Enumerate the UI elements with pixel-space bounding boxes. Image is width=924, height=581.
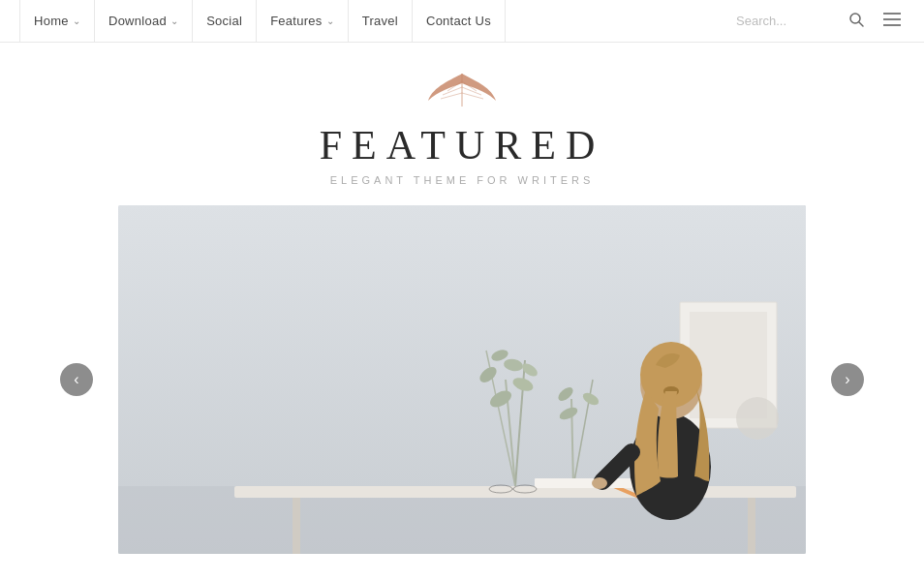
main-nav: Home ⌄ Download ⌄ Social Features ⌄ Trav… (0, 0, 924, 43)
site-tagline: ELEGANT THEME FOR WRITERS (330, 174, 595, 186)
svg-rect-16 (748, 498, 755, 554)
nav-right (736, 8, 905, 35)
slider-container (118, 205, 806, 554)
svg-point-44 (592, 477, 607, 489)
nav-item-features[interactable]: Features ⌄ (257, 0, 349, 43)
svg-line-1 (859, 22, 863, 26)
chevron-down-icon: ⌄ (73, 15, 80, 26)
nav-item-travel[interactable]: Travel (349, 0, 413, 43)
slider-section: ‹ (0, 205, 924, 554)
nav-label-download: Download (108, 14, 167, 28)
nav-item-contact[interactable]: Contact Us (413, 0, 506, 43)
search-input[interactable] (736, 14, 833, 28)
site-header: FEATURED ELEGANT THEME FOR WRITERS (0, 43, 924, 205)
nav-item-home[interactable]: Home ⌄ (19, 0, 95, 43)
svg-point-19 (736, 397, 779, 440)
nav-label-home: Home (34, 14, 69, 28)
chevron-right-icon: › (845, 371, 849, 388)
hamburger-icon[interactable] (879, 9, 905, 34)
site-title: FEATURED (320, 122, 605, 168)
nav-label-travel: Travel (362, 14, 398, 28)
slider-next-button[interactable]: › (831, 363, 864, 396)
nav-label-features: Features (270, 14, 322, 28)
chevron-down-icon: ⌄ (326, 15, 334, 26)
svg-rect-14 (234, 486, 796, 498)
chevron-down-icon: ⌄ (170, 15, 178, 26)
nav-items: Home ⌄ Download ⌄ Social Features ⌄ Trav… (19, 0, 736, 43)
nav-label-social: Social (206, 14, 242, 28)
svg-rect-15 (293, 498, 300, 554)
svg-line-11 (462, 93, 483, 99)
slider-prev-button[interactable]: ‹ (60, 363, 93, 396)
svg-line-8 (441, 93, 462, 99)
nav-label-contact: Contact Us (426, 14, 491, 28)
slider-image (118, 205, 806, 554)
nav-item-social[interactable]: Social (193, 0, 257, 43)
search-icon[interactable] (845, 8, 868, 35)
chevron-left-icon: ‹ (74, 371, 78, 388)
nav-item-download[interactable]: Download ⌄ (95, 0, 193, 43)
leaf-icon (423, 72, 501, 114)
